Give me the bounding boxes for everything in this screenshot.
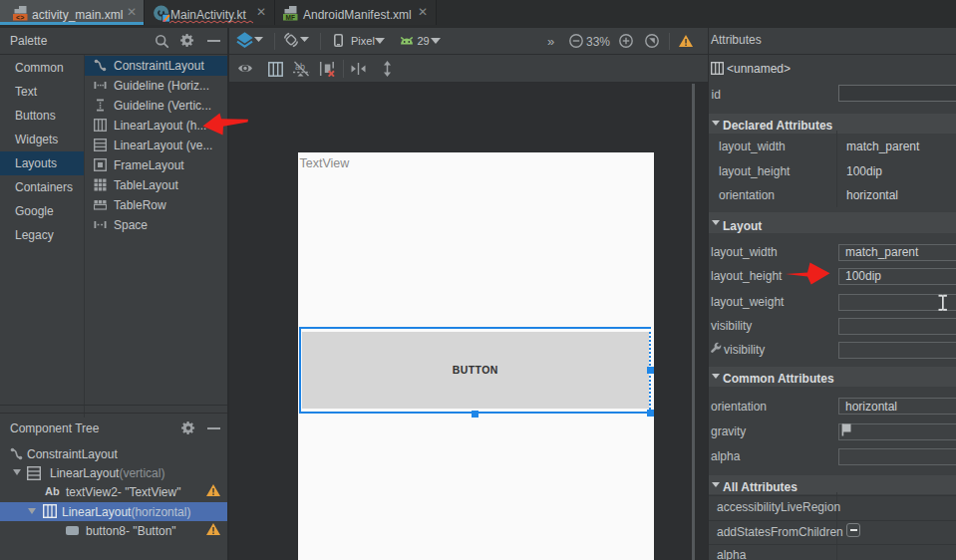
svg-text:MF: MF <box>286 14 295 21</box>
svg-text:<>: <> <box>16 14 24 21</box>
